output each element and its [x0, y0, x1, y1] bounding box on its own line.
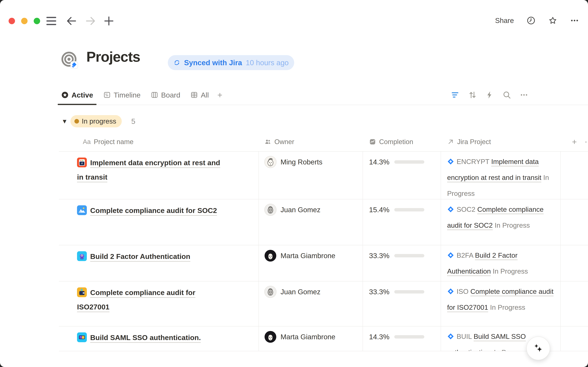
completion-cell[interactable]: 15.4%	[363, 199, 441, 245]
jira-sync-badge[interactable]: Synced with Jira 10 hours ago	[168, 55, 294, 70]
column-header-project-name[interactable]: Aa Project name	[59, 138, 259, 146]
forward-icon[interactable]	[84, 15, 97, 27]
more-icon[interactable]: ⋯	[585, 137, 588, 146]
project-name-cell[interactable]: Complete compliance audit for SOC2	[59, 199, 259, 245]
clock-icon[interactable]	[526, 16, 536, 25]
table-row[interactable]: Build 2 Factor Authentication Marta Giam…	[59, 245, 588, 281]
completion-percent: 14.3%	[369, 156, 389, 168]
progress-bar	[394, 290, 424, 293]
star-icon[interactable]	[548, 16, 557, 25]
minimize-window-button[interactable]	[21, 18, 28, 24]
tab-timeline[interactable]: Timeline	[103, 85, 141, 105]
owner-cell[interactable]: Ming Roberts	[259, 151, 363, 199]
project-title-link[interactable]: Build SAML SSO authentication.	[90, 334, 201, 343]
avatar	[264, 331, 277, 343]
column-header-owner[interactable]: Owner	[259, 138, 363, 146]
filter-icon[interactable]	[451, 91, 460, 99]
jira-status: In Progress	[493, 267, 528, 275]
completion-cell[interactable]: 33.3%	[363, 245, 441, 281]
search-icon[interactable]	[503, 91, 511, 99]
jira-status: In Progress	[490, 303, 525, 311]
avatar	[264, 250, 277, 262]
add-view-button[interactable]: +	[217, 90, 223, 100]
project-name-cell[interactable]: Implement data encryption at rest and in…	[59, 151, 259, 199]
tab-board[interactable]: Board	[151, 85, 180, 105]
project-name-cell[interactable]: Build SAML SSO authentication.	[59, 326, 259, 351]
column-header-jira-project[interactable]: Jira Project	[441, 138, 561, 146]
completion-cell[interactable]: 14.3%	[363, 326, 441, 351]
jira-key: ISO	[457, 288, 469, 295]
share-button[interactable]: Share	[495, 16, 514, 25]
column-header-completion[interactable]: Completion	[363, 138, 441, 146]
owner-cell[interactable]: Marta Giambrone	[259, 326, 363, 351]
jira-project-cell[interactable]: B2FA Build 2 Factor Authentication In Pr…	[441, 245, 561, 281]
project-title-link[interactable]: Implement data encryption at rest and in…	[77, 158, 220, 182]
new-tab-plus-icon[interactable]	[103, 15, 115, 27]
jira-icon	[447, 333, 454, 340]
ai-assistant-button[interactable]	[526, 336, 550, 360]
collapse-toggle-icon[interactable]: ▼	[62, 118, 70, 125]
maximize-window-button[interactable]	[34, 18, 40, 24]
sync-badge-time: 10 hours ago	[246, 58, 289, 67]
group-status-badge[interactable]: In progress	[70, 115, 122, 127]
table-view-icon	[190, 91, 198, 99]
project-name-cell[interactable]: Build 2 Factor Authentication	[59, 245, 259, 281]
completion-percent: 14.3%	[369, 331, 389, 343]
back-icon[interactable]	[66, 15, 77, 27]
progress-bar	[394, 335, 424, 339]
owner-cell[interactable]: Juan Gomez	[259, 281, 363, 326]
timeline-view-icon	[103, 91, 111, 99]
table-row[interactable]: Build SAML SSO authentication. Marta Gia…	[59, 326, 588, 351]
jira-key: ENCRYPT	[457, 158, 489, 166]
add-column-button[interactable]: + ⋯	[561, 137, 588, 147]
group-label: In progress	[82, 117, 116, 125]
table-row[interactable]: Implement data encryption at rest and in…	[59, 151, 588, 199]
column-label: Completion	[379, 138, 413, 146]
project-title-link[interactable]: Complete compliance audit for SOC2	[90, 206, 217, 216]
tab-label: Active	[72, 91, 93, 99]
external-arrow-icon	[447, 138, 454, 145]
jira-icon	[447, 288, 454, 295]
owner-cell[interactable]: Juan Gomez	[259, 199, 363, 245]
owner-cell[interactable]: Marta Giambrone	[259, 245, 363, 281]
owner-name: Juan Gomez	[281, 204, 321, 216]
project-title-link[interactable]: Complete compliance audit for ISO27001	[77, 288, 195, 312]
jira-project-cell[interactable]: SOC2 Complete compliance audit for SOC2 …	[441, 199, 561, 245]
sort-icon[interactable]	[468, 91, 477, 99]
target-jira-icon[interactable]	[61, 51, 78, 69]
tab-label: Board	[161, 91, 180, 99]
column-label: Jira Project	[457, 138, 491, 146]
more-icon[interactable]	[570, 16, 579, 25]
more-icon[interactable]	[520, 91, 528, 99]
tab-active[interactable]: Active	[61, 85, 93, 105]
close-window-button[interactable]	[8, 18, 15, 24]
sync-icon	[173, 59, 180, 66]
board-view-icon	[151, 91, 158, 99]
tab-all[interactable]: All	[190, 85, 209, 105]
keyboard-icon	[77, 332, 87, 342]
jira-project-cell[interactable]: ENCRYPT Implement data encryption at res…	[441, 151, 561, 199]
completion-cell[interactable]: 33.3%	[363, 281, 441, 326]
plus-icon: +	[572, 137, 577, 147]
window-controls	[8, 18, 40, 24]
sidebar-menu-icon[interactable]	[46, 17, 56, 25]
project-title-link[interactable]: Build 2 Factor Authentication	[90, 252, 190, 262]
project-name-cell[interactable]: Complete compliance audit for ISO27001	[59, 281, 259, 326]
table-row[interactable]: Complete compliance audit for SOC2 Juan …	[59, 199, 588, 245]
jira-icon	[447, 252, 454, 259]
owner-name: Juan Gomez	[281, 286, 321, 298]
sync-badge-label: Synced with Jira	[184, 58, 242, 67]
star-view-icon	[61, 91, 69, 99]
zap-icon[interactable]	[485, 91, 494, 99]
table-row[interactable]: Complete compliance audit for ISO27001 J…	[59, 281, 588, 326]
page-title: Projects	[86, 49, 140, 65]
monster-icon	[77, 251, 87, 261]
group-header: ▼ In progress 5	[62, 114, 135, 129]
completion-percent: 33.3%	[369, 250, 389, 261]
completion-cell[interactable]: 14.3%	[363, 151, 441, 199]
notion-window: Share Projects Synced with Jira 10 hours…	[0, 0, 588, 367]
table-header-row: Aa Project name Owner Completion Jira Pr…	[59, 132, 588, 151]
column-label: Owner	[274, 138, 294, 146]
owner-name: Marta Giambrone	[281, 331, 335, 343]
jira-project-cell[interactable]: ISO Complete compliance audit for ISO270…	[441, 281, 561, 326]
